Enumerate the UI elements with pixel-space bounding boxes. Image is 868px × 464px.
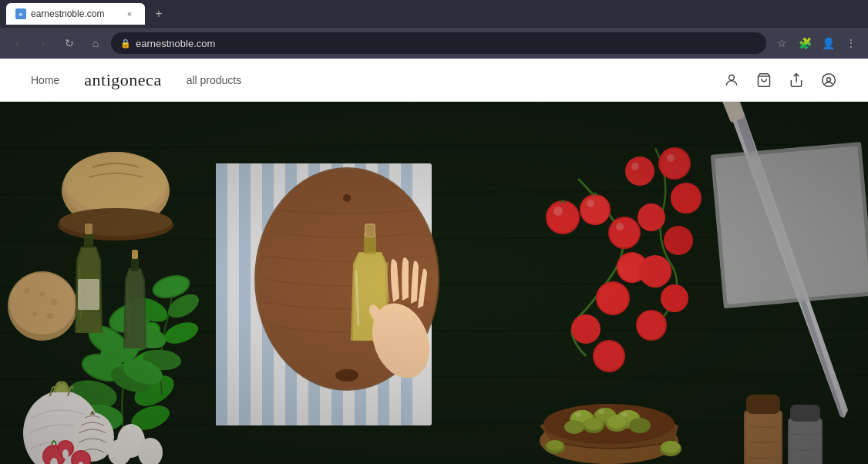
svg-point-0: [729, 75, 735, 80]
tab-title: earnestnoble.com: [31, 8, 104, 19]
forward-button[interactable]: ›: [32, 32, 54, 54]
site-header: Home antigoneca all products: [0, 59, 868, 102]
extensions-button[interactable]: 🧩: [794, 32, 816, 54]
back-button[interactable]: ‹: [6, 32, 28, 54]
hero-image: [0, 102, 868, 464]
profiles-button[interactable]: 👤: [817, 32, 839, 54]
home-button[interactable]: ⌂: [85, 32, 106, 54]
profile-icon[interactable]: [820, 72, 837, 89]
nav-actions: ☆ 🧩 👤 ⋮: [771, 32, 862, 54]
new-tab-button[interactable]: +: [148, 3, 170, 25]
bookmark-button[interactable]: ☆: [771, 32, 792, 54]
reload-button[interactable]: ↻: [59, 32, 80, 54]
active-tab[interactable]: e earnestnoble.com ×: [6, 3, 145, 25]
all-products-nav-link[interactable]: all products: [187, 74, 242, 86]
site-nav-left: Home antigoneca all products: [31, 70, 241, 90]
site-nav-right: [723, 72, 837, 89]
url-text: earnestnoble.com: [136, 38, 757, 49]
cart-icon[interactable]: [755, 72, 772, 89]
menu-button[interactable]: ⋮: [840, 32, 862, 54]
tab-close-button[interactable]: ×: [123, 8, 136, 20]
website-content: Home antigoneca all products: [0, 59, 868, 464]
user-icon[interactable]: [723, 72, 740, 89]
site-logo: antigoneca: [84, 70, 161, 90]
tab-favicon: e: [15, 8, 26, 19]
svg-rect-149: [0, 102, 868, 464]
share-icon[interactable]: [788, 72, 805, 89]
browser-chrome: e earnestnoble.com × + ‹ › ↻ ⌂ 🔒 earnest…: [0, 0, 868, 59]
secure-icon: 🔒: [120, 39, 131, 49]
home-nav-link[interactable]: Home: [31, 74, 59, 86]
tab-bar: e earnestnoble.com × +: [0, 0, 868, 28]
nav-bar: ‹ › ↻ ⌂ 🔒 earnestnoble.com ☆ 🧩 👤 ⋮: [0, 28, 868, 59]
hero-section: [0, 102, 868, 464]
address-bar[interactable]: 🔒 earnestnoble.com: [111, 32, 766, 54]
svg-point-3: [823, 73, 836, 86]
